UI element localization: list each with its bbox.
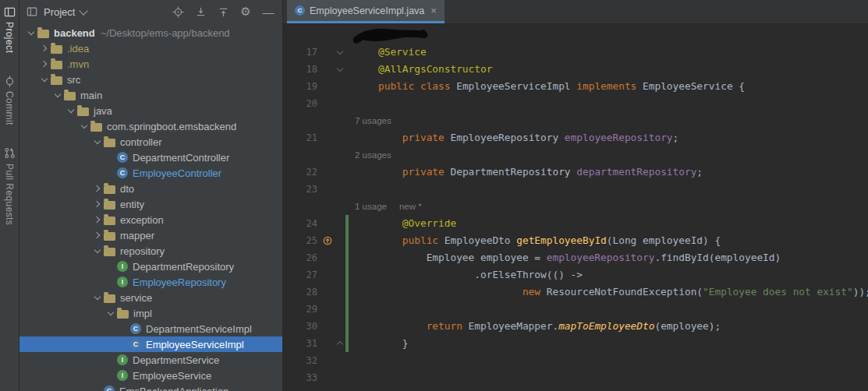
project-tool-icon xyxy=(3,5,16,18)
stripe-tab-commit[interactable]: Commit xyxy=(3,69,16,131)
redacted-row[interactable] xyxy=(283,26,868,44)
pull-request-icon xyxy=(3,147,16,160)
folder-icon xyxy=(104,201,115,210)
usage-hint[interactable]: 7 usages xyxy=(355,116,391,125)
tree-row[interactable]: CEmployeeController xyxy=(19,165,282,181)
tree-row[interactable]: controller xyxy=(19,134,282,150)
tree-row[interactable]: .mvn xyxy=(19,56,282,72)
project-panel-title[interactable]: Project xyxy=(44,6,75,18)
override-method-gutter-icon xyxy=(321,236,335,245)
fold-icon[interactable] xyxy=(335,68,345,71)
tree-row[interactable]: IEmployeeService xyxy=(19,368,282,383)
code-text: @Override xyxy=(349,215,868,232)
code-line[interactable]: 24 @Override xyxy=(283,215,868,232)
code-line[interactable]: 18@AllArgsConstructor xyxy=(283,61,868,78)
code-line[interactable]: 29 xyxy=(283,301,868,318)
chevron-down-icon[interactable] xyxy=(104,307,117,319)
fold-icon[interactable] xyxy=(335,342,345,345)
tree-item-label: EmployeeService xyxy=(133,370,211,382)
folder-icon xyxy=(77,107,89,116)
code-line[interactable]: 31 } xyxy=(283,335,868,352)
tree-row[interactable]: dto xyxy=(19,181,282,196)
line-number: 27 xyxy=(283,266,321,284)
code-line[interactable]: 33 xyxy=(283,369,868,386)
tree-row[interactable]: main xyxy=(19,87,282,103)
code-line[interactable]: 25 public EmployeeDto getEmployeeById(Lo… xyxy=(283,232,868,249)
code-line[interactable]: 17@Service xyxy=(283,44,868,61)
code-token: EmployeeRepository xyxy=(450,132,564,143)
code-line[interactable]: 19public class EmployeeServiceImpl imple… xyxy=(283,78,868,95)
tree-row[interactable]: java xyxy=(19,103,282,118)
tree-row[interactable]: CDepartmentController xyxy=(19,150,282,165)
tree-row[interactable]: IDepartmentRepository xyxy=(19,259,282,274)
chevron-down-icon[interactable] xyxy=(90,136,104,148)
chevron-right-icon[interactable] xyxy=(37,58,51,70)
tree-row[interactable]: CEmsBackendApplication xyxy=(19,383,282,391)
folder-icon xyxy=(104,232,115,241)
chevron-right-icon[interactable] xyxy=(90,213,104,226)
tree-item-label: service xyxy=(120,292,152,304)
tree-row[interactable]: src xyxy=(19,72,282,87)
code-text: @Service xyxy=(349,44,868,61)
tree-row[interactable]: service xyxy=(19,290,282,305)
tree-row[interactable]: IDepartmentService xyxy=(19,352,282,368)
locate-icon[interactable] xyxy=(172,5,184,18)
tree-row[interactable]: exception xyxy=(19,212,282,227)
tree-row[interactable]: backend~/Desktop/ems-app/backend xyxy=(19,25,282,41)
chevron-down-icon[interactable] xyxy=(80,6,88,15)
stripe-tab-project[interactable]: Project xyxy=(3,0,16,58)
inlay-hint-row[interactable]: 7 usages xyxy=(283,112,868,129)
chevron-right-icon[interactable] xyxy=(90,182,104,195)
code-line[interactable]: 22 private DepartmentRepository departme… xyxy=(283,164,868,181)
code-line[interactable]: 30 return EmployeeMapper.mapToEmployeeDt… xyxy=(283,318,868,335)
redaction-scribble xyxy=(349,26,868,44)
stripe-tab-pull-requests[interactable]: Pull Requests xyxy=(3,142,16,231)
editor-area: C EmployeeServiceImpl.java × 17@Service1… xyxy=(283,0,868,391)
tree-row[interactable]: IEmployeeRepository xyxy=(19,274,282,290)
code-line[interactable]: 28 new ResourceNotFoundException("Employ… xyxy=(283,284,868,301)
tree-row[interactable]: mapper xyxy=(19,227,282,243)
class-icon: C xyxy=(117,152,128,163)
hide-icon[interactable]: — xyxy=(262,5,275,18)
fold-icon[interactable] xyxy=(335,51,345,54)
settings-gear-icon[interactable]: ⚙ xyxy=(239,5,252,18)
tree-item-label: backend xyxy=(54,27,95,39)
chevron-down-icon[interactable] xyxy=(24,26,37,39)
tree-item-label: exception xyxy=(120,214,164,226)
code-token: employeeRepository xyxy=(565,132,673,143)
expand-all-icon[interactable] xyxy=(194,5,207,18)
chevron-right-icon[interactable] xyxy=(37,42,51,55)
tree-row[interactable]: CEmployeeServiceImpl xyxy=(19,336,282,352)
code-line[interactable]: 27 .orElseThrow(() -> xyxy=(283,266,868,284)
tree-row[interactable]: CDepartmentServiceImpl xyxy=(19,321,282,336)
tree-row[interactable]: repository xyxy=(19,243,282,259)
interface-icon: I xyxy=(117,261,128,272)
chevron-down-icon[interactable] xyxy=(90,291,104,304)
project-view-icon xyxy=(26,5,38,18)
code-line[interactable]: 23 xyxy=(283,181,868,198)
tree-row[interactable]: .idea xyxy=(19,41,282,56)
code-line[interactable]: 26 Employee employee = employeeRepositor… xyxy=(283,249,868,266)
chevron-right-icon[interactable] xyxy=(90,229,104,241)
tree-row[interactable]: entity xyxy=(19,196,282,212)
tree-row[interactable]: impl xyxy=(19,305,282,321)
chevron-down-icon[interactable] xyxy=(77,120,90,132)
chevron-down-icon[interactable] xyxy=(51,89,64,101)
chevron-down-icon[interactable] xyxy=(64,104,77,117)
editor-tab[interactable]: C EmployeeServiceImpl.java × xyxy=(287,0,445,23)
code-line[interactable]: 20 xyxy=(283,95,868,112)
chevron-down-icon[interactable] xyxy=(37,73,51,86)
inlay-hint-row[interactable]: 1 usagenew * xyxy=(283,198,868,215)
vcs-author-hint[interactable]: new * xyxy=(399,202,422,211)
collapse-all-icon[interactable] xyxy=(217,5,229,18)
code-token: .findById(employeeId) xyxy=(654,252,781,263)
chevron-down-icon[interactable] xyxy=(90,245,104,257)
chevron-right-icon[interactable] xyxy=(90,198,104,210)
usage-hint[interactable]: 1 usage xyxy=(355,202,387,211)
close-icon[interactable]: × xyxy=(430,5,437,16)
inlay-hint-row[interactable]: 2 usages xyxy=(283,146,868,164)
code-line[interactable]: 32 xyxy=(283,352,868,369)
code-line[interactable]: 21 private EmployeeRepository employeeRe… xyxy=(283,129,868,146)
usage-hint[interactable]: 2 usages xyxy=(355,150,391,160)
tree-row[interactable]: com.springboot.emsbackend xyxy=(19,118,282,134)
